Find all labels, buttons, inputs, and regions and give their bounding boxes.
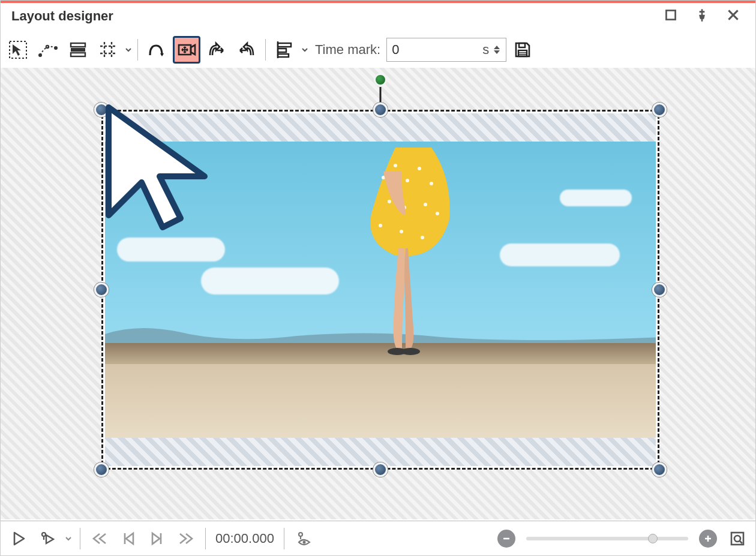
window-title: Layout designer [11, 8, 113, 24]
close-icon[interactable] [725, 7, 741, 25]
playback-bar: 00:00.000 [1, 521, 755, 555]
svg-point-28 [42, 533, 46, 536]
edit-path-button[interactable] [34, 36, 62, 64]
camera-move-button[interactable] [173, 36, 200, 64]
svg-point-32 [734, 536, 740, 542]
free-transform-button[interactable] [143, 36, 170, 64]
timecode-display: 00:00.000 [215, 531, 274, 546]
svg-point-24 [421, 236, 424, 239]
svg-rect-11 [278, 54, 289, 57]
toolbar-separator [284, 528, 284, 549]
snap-grid-dropdown[interactable] [124, 47, 133, 53]
selection-outline [101, 110, 659, 470]
svg-rect-12 [519, 43, 525, 47]
svg-point-2 [38, 53, 42, 57]
letterbox-top [105, 113, 656, 142]
svg-rect-10 [278, 49, 286, 52]
svg-point-23 [400, 230, 403, 233]
svg-point-18 [430, 182, 433, 185]
zoom-out-button[interactable] [497, 530, 515, 548]
save-button[interactable] [509, 36, 536, 64]
media-preview [105, 142, 656, 438]
play-button[interactable] [7, 527, 31, 551]
rotation-handle-dot[interactable] [374, 73, 387, 86]
resize-handle-sw[interactable] [94, 462, 109, 477]
main-toolbar: Time mark: 0 s [1, 32, 755, 68]
resize-handle-e[interactable] [652, 282, 667, 297]
time-mark-value: 0 [392, 42, 399, 58]
keyframe-out-button[interactable] [233, 36, 260, 64]
svg-point-29 [299, 533, 302, 536]
next-frame-button[interactable] [145, 527, 169, 551]
maximize-icon[interactable] [663, 7, 679, 25]
svg-point-3 [54, 46, 58, 50]
resize-handle-se[interactable] [652, 462, 667, 477]
svg-point-19 [388, 200, 391, 203]
title-bar: Layout designer [1, 3, 755, 29]
svg-point-25 [436, 212, 439, 215]
svg-rect-13 [518, 50, 527, 56]
pin-icon[interactable] [694, 7, 710, 25]
fast-forward-button[interactable] [174, 527, 198, 551]
svg-rect-9 [278, 43, 291, 47]
zoom-fit-button[interactable] [725, 527, 749, 551]
align-dropdown[interactable] [301, 47, 309, 53]
svg-rect-5 [71, 43, 85, 47]
svg-point-22 [379, 224, 382, 227]
selected-frame[interactable] [101, 110, 659, 470]
snap-grid-button[interactable] [94, 36, 122, 64]
zoom-in-button[interactable] [699, 530, 717, 548]
window-controls [663, 7, 741, 25]
play-segment-button[interactable] [35, 527, 59, 551]
zoom-slider[interactable] [526, 537, 688, 540]
resize-handle-nw[interactable] [94, 103, 109, 117]
svg-rect-0 [666, 10, 675, 19]
time-mark-spinner[interactable] [494, 38, 505, 61]
select-marquee-button[interactable] [4, 36, 32, 64]
time-mark-label: Time mark: [315, 42, 380, 58]
time-mark-input[interactable]: 0 s [386, 38, 506, 62]
letterbox-bottom [105, 438, 656, 466]
preview-visibility-button[interactable] [292, 527, 316, 551]
canvas-area[interactable] [1, 68, 755, 519]
play-segment-dropdown[interactable] [64, 536, 73, 542]
rewind-button[interactable] [88, 527, 112, 551]
svg-point-17 [418, 167, 421, 170]
svg-point-15 [394, 164, 397, 167]
toolbar-separator [205, 528, 206, 549]
resize-handle-n[interactable] [373, 103, 388, 117]
layers-button[interactable] [64, 36, 92, 64]
svg-rect-6 [71, 48, 85, 52]
toolbar-separator [265, 39, 266, 61]
toolbar-separator [137, 39, 138, 61]
svg-rect-7 [71, 53, 85, 56]
toolbar-separator [80, 528, 80, 549]
prev-frame-button[interactable] [116, 527, 140, 551]
chevron-up-icon[interactable] [494, 46, 500, 49]
time-mark-unit: s [482, 42, 489, 58]
resize-handle-ne[interactable] [652, 103, 667, 117]
align-button[interactable] [271, 36, 298, 64]
resize-handle-s[interactable] [373, 462, 388, 477]
zoom-slider-thumb[interactable] [648, 534, 658, 543]
svg-point-21 [424, 203, 427, 206]
resize-handle-w[interactable] [94, 282, 109, 297]
layout-designer-window: Layout designer [0, 0, 756, 556]
svg-point-27 [401, 348, 420, 355]
keyframe-in-button[interactable] [203, 36, 230, 64]
chevron-down-icon[interactable] [494, 50, 500, 54]
svg-point-30 [302, 540, 305, 543]
svg-point-16 [406, 179, 409, 182]
